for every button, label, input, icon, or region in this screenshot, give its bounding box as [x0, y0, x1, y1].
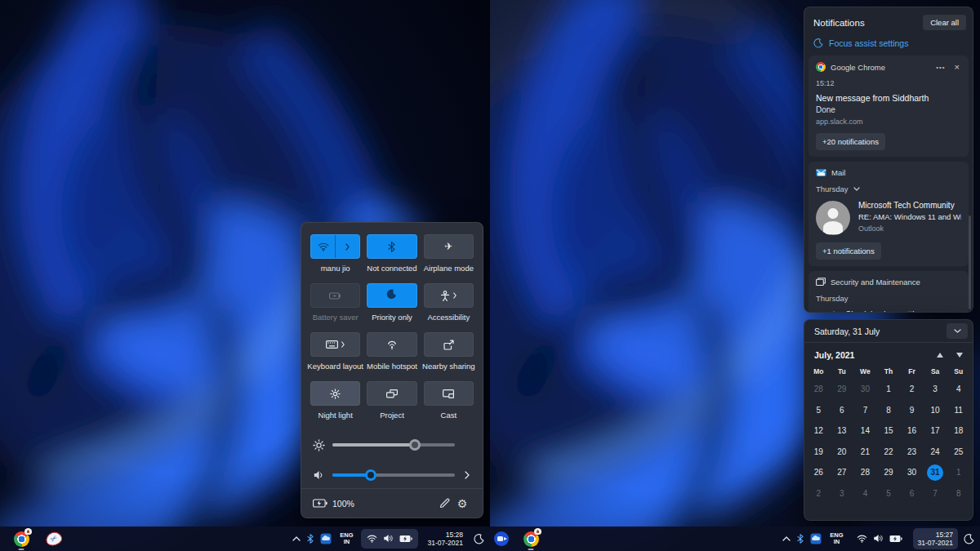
calendar-day[interactable]: 18 [947, 420, 970, 442]
calendar-day[interactable]: 27 [831, 462, 854, 483]
tray-onedrive-icon[interactable] [319, 529, 332, 549]
calendar-day[interactable]: 4 [853, 483, 877, 504]
calendar-day[interactable]: 10 [924, 400, 947, 421]
left-screen: manu jio Not connected ✈ Airplane mode [0, 0, 490, 551]
settings-gear-button[interactable]: ⚙ [453, 495, 471, 513]
chevron-right-icon[interactable] [336, 235, 359, 258]
calendar-day[interactable]: 28 [807, 379, 831, 400]
security-notification-card[interactable]: Security and Maintenance Thursday Check … [808, 271, 969, 313]
calendar-day[interactable]: 8 [947, 483, 970, 504]
notification-title: Check backup settings [845, 310, 928, 313]
calendar-prev-month-button[interactable] [937, 353, 943, 358]
more-notifications-button[interactable]: +20 notifications [816, 133, 885, 150]
clock-date-button[interactable]: 15:27 31-07-2021 [913, 528, 958, 549]
calendar-day[interactable]: 26 [807, 462, 831, 483]
calendar-day[interactable]: 12 [807, 420, 831, 442]
calendar-next-month-button[interactable] [956, 353, 963, 358]
calendar-day[interactable]: 30 [853, 379, 877, 400]
chevron-right-icon[interactable] [461, 471, 472, 479]
calendar-day[interactable]: 19 [807, 442, 831, 463]
calendar-day[interactable]: 1 [877, 379, 901, 400]
brightness-slider-thumb[interactable] [409, 439, 421, 451]
calendar-day[interactable]: 2 [807, 483, 831, 504]
calendar-day[interactable]: 30 [900, 462, 924, 483]
mobile-hotspot-tile[interactable] [367, 332, 416, 357]
notification-day-group[interactable]: Thursday [816, 184, 961, 193]
volume-slider-thumb[interactable] [365, 469, 376, 481]
calendar-day[interactable]: 7 [853, 400, 877, 421]
taskbar-meet-button[interactable] [492, 527, 511, 550]
more-notifications-button[interactable]: +1 notifications [816, 242, 881, 260]
clock-date-button[interactable]: 15:28 31-07-2021 [423, 528, 468, 549]
tray-onedrive-icon[interactable] [809, 529, 822, 549]
language-indicator[interactable]: ENG IN [337, 532, 355, 545]
notification-menu-icon[interactable]: ••• [933, 64, 947, 71]
cast-tile[interactable] [424, 381, 474, 406]
calendar-day[interactable]: 3 [924, 379, 947, 400]
taskbar-chrome-button[interactable] [521, 527, 541, 550]
focus-assist-moon-icon[interactable] [473, 529, 485, 549]
edit-quick-settings-button[interactable] [435, 495, 453, 513]
taskbar-snipping-tool-button[interactable]: ✂ [44, 527, 64, 550]
tray-bluetooth-icon[interactable] [796, 529, 804, 549]
calendar-day[interactable]: 7 [924, 483, 947, 504]
tray-chevron-up-icon[interactable] [292, 529, 301, 549]
calendar-day[interactable]: 3 [831, 483, 854, 504]
keyboard-layout-tile[interactable] [310, 332, 360, 357]
calendar-day[interactable]: 25 [947, 442, 970, 463]
brightness-slider[interactable] [332, 443, 455, 447]
mail-subject: RE: AMA: Windows 11 and Windows 1 [858, 212, 961, 221]
sender-avatar [816, 201, 850, 235]
notification-close-icon[interactable]: × [953, 63, 961, 72]
accessibility-tile[interactable] [424, 283, 474, 308]
focus-assist-settings-link[interactable]: Focus assist settings [804, 34, 973, 56]
calendar-day[interactable]: 24 [924, 442, 947, 463]
calendar-day[interactable]: 20 [831, 442, 854, 463]
calendar-day[interactable]: 14 [853, 420, 877, 442]
calendar-day[interactable]: 2 [900, 379, 924, 400]
calendar-day[interactable]: 13 [831, 420, 854, 442]
scrollbar[interactable] [969, 216, 971, 309]
calendar-day[interactable]: 29 [877, 462, 901, 483]
chevron-right-icon [453, 292, 457, 299]
calendar-day[interactable]: 9 [900, 400, 924, 421]
calendar-day[interactable]: 17 [924, 420, 947, 442]
calendar-day[interactable]: 21 [853, 442, 877, 463]
calendar-day[interactable]: 6 [900, 483, 924, 504]
volume-slider[interactable] [332, 473, 455, 477]
calendar-day[interactable]: 22 [877, 442, 901, 463]
calendar-day[interactable]: 5 [877, 483, 901, 504]
taskbar-chrome-button[interactable] [11, 527, 31, 550]
calendar-day[interactable]: 11 [947, 400, 970, 421]
calendar-day[interactable]: 5 [807, 400, 831, 421]
tray-chevron-up-icon[interactable] [782, 529, 791, 549]
calendar-day[interactable]: 8 [877, 400, 901, 421]
calendar-day[interactable]: 1 [947, 462, 970, 483]
chrome-notification-card[interactable]: Google Chrome ••• × 15:12 New message fr… [808, 56, 969, 157]
calendar-day[interactable]: 6 [831, 400, 854, 421]
calendar-month-label[interactable]: July, 2021 [814, 350, 937, 360]
calendar-day[interactable]: 16 [900, 420, 924, 442]
focus-assist-moon-icon[interactable] [963, 529, 975, 549]
mail-notification-card[interactable]: Mail Thursday Microsoft Tech Community R… [808, 162, 969, 266]
clear-all-button[interactable]: Clear all [923, 15, 966, 30]
airplane-mode-tile[interactable]: ✈ [424, 234, 474, 259]
project-tile[interactable] [367, 381, 416, 406]
calendar-day[interactable]: 29 [831, 379, 854, 400]
calendar-day[interactable]: 15 [877, 420, 901, 442]
calendar-day[interactable]: 23 [900, 442, 924, 463]
calendar-day[interactable]: 28 [853, 462, 877, 483]
notification-app-name: Mail [831, 168, 961, 177]
bluetooth-tile[interactable] [367, 234, 416, 259]
night-light-tile[interactable] [310, 381, 360, 406]
quick-settings-tray-button[interactable] [361, 529, 418, 549]
calendar-day[interactable]: 31 [924, 462, 947, 483]
quick-settings-tray-button[interactable] [851, 529, 908, 549]
tray-bluetooth-icon[interactable] [306, 529, 314, 549]
language-indicator[interactable]: ENG IN [827, 532, 845, 545]
calendar-day[interactable]: 4 [947, 379, 970, 400]
wifi-tile[interactable] [310, 234, 360, 259]
nearby-sharing-tile[interactable] [424, 332, 474, 357]
calendar-collapse-button[interactable] [947, 323, 968, 339]
focus-assist-tile[interactable] [367, 283, 416, 308]
